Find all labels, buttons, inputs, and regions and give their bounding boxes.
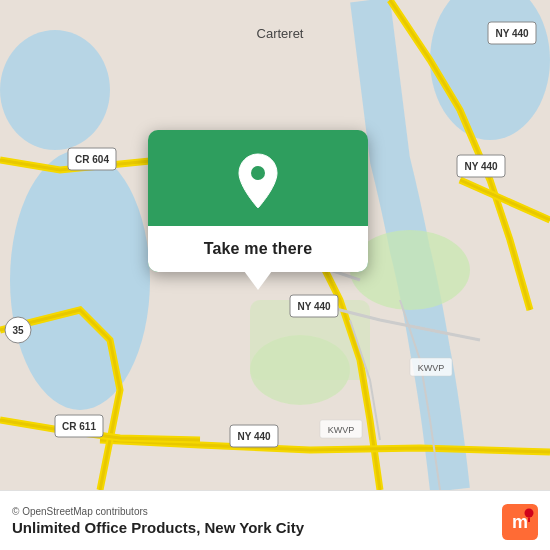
bottom-bar: © OpenStreetMap contributors Unlimited O… — [0, 490, 550, 550]
svg-text:NY 440: NY 440 — [297, 301, 331, 312]
map-pin-icon — [234, 152, 282, 210]
moovit-logo: m — [502, 504, 538, 540]
map-attribution: © OpenStreetMap contributors — [12, 506, 538, 517]
svg-point-4 — [350, 230, 470, 310]
svg-point-1 — [10, 150, 150, 410]
take-me-there-button[interactable]: Take me there — [148, 226, 368, 272]
svg-point-29 — [525, 509, 534, 518]
svg-text:NY 440: NY 440 — [464, 161, 498, 172]
svg-text:NY 440: NY 440 — [237, 431, 271, 442]
svg-point-26 — [251, 166, 265, 180]
svg-text:NY 440: NY 440 — [495, 28, 529, 39]
location-label: Unlimited Office Products, New York City — [12, 519, 538, 536]
svg-text:CR 611: CR 611 — [62, 421, 96, 432]
popup-card: Take me there — [148, 130, 368, 272]
svg-text:KWVP: KWVP — [418, 363, 445, 373]
map-container: NY 440 NY 440 NY 440 NY 440 CR 604 CR 61… — [0, 0, 550, 490]
svg-text:Carteret: Carteret — [257, 26, 304, 41]
moovit-icon: m — [502, 504, 538, 540]
svg-text:CR 604: CR 604 — [75, 154, 109, 165]
popup-icon-area — [148, 130, 368, 226]
svg-point-2 — [0, 30, 110, 150]
svg-text:35: 35 — [12, 325, 24, 336]
svg-text:KWVP: KWVP — [328, 425, 355, 435]
